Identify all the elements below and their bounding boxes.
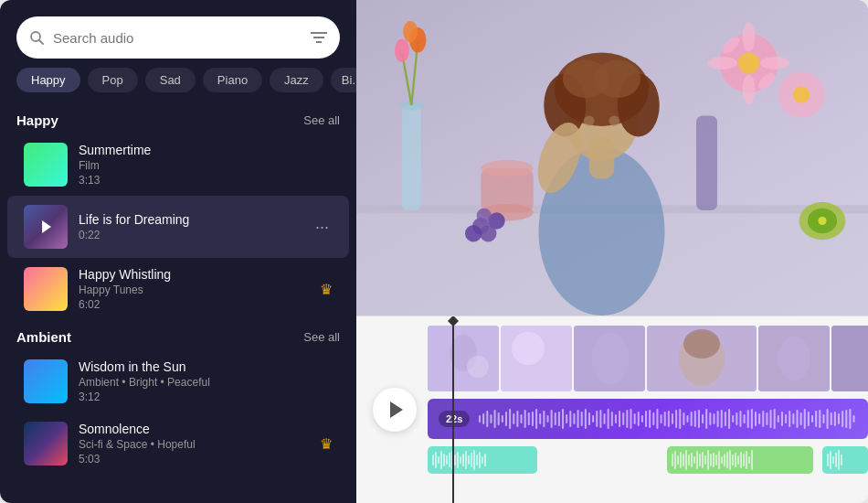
mini-wave-3 (822, 446, 868, 474)
ambient-see-all-button[interactable]: See all (303, 330, 340, 344)
svg-rect-71 (509, 409, 511, 429)
svg-rect-74 (521, 414, 523, 423)
wave-bar (674, 451, 676, 469)
tag-pop[interactable]: Pop (88, 68, 138, 92)
crown-icon-whistling: ♛ (320, 281, 333, 298)
video-thumb-5 (758, 326, 830, 391)
audio-track-secondary-3[interactable] (822, 446, 868, 474)
svg-rect-143 (781, 412, 783, 426)
svg-rect-124 (710, 412, 712, 425)
wave-bar (465, 451, 467, 469)
svg-rect-70 (505, 412, 507, 426)
wave-bar (435, 452, 437, 468)
svg-rect-108 (649, 410, 651, 428)
tag-sad[interactable]: Sad (145, 68, 196, 92)
svg-rect-84 (558, 412, 560, 426)
filter-button[interactable] (311, 31, 327, 44)
svg-rect-64 (482, 413, 484, 424)
svg-rect-120 (694, 411, 696, 427)
svg-point-39 (481, 160, 534, 177)
svg-rect-69 (502, 415, 503, 423)
track-life-is-for-dreaming[interactable]: Life is for Dreaming 0:22 ··· (7, 196, 349, 258)
svg-point-14 (395, 39, 409, 62)
svg-rect-159 (842, 411, 843, 427)
svg-rect-118 (687, 415, 689, 423)
svg-rect-130 (732, 415, 734, 423)
svg-rect-138 (763, 411, 765, 427)
svg-rect-93 (592, 415, 594, 423)
right-panel: 22s (356, 0, 868, 503)
svg-rect-73 (517, 411, 519, 427)
wave-bar (832, 456, 834, 464)
audio-track-secondary-2[interactable] (667, 446, 813, 474)
svg-rect-96 (604, 413, 606, 424)
svg-rect-140 (770, 410, 772, 428)
wave-bar (476, 455, 478, 466)
play-triangle-icon (42, 220, 51, 233)
svg-rect-77 (532, 412, 534, 426)
svg-rect-121 (698, 410, 700, 428)
svg-rect-100 (619, 411, 620, 427)
svg-point-17 (738, 53, 759, 74)
wave-bar (726, 452, 728, 468)
track-happy-whistling[interactable]: Happy Whistling Happy Tunes 6:02 ♛ (7, 258, 349, 320)
svg-rect-152 (815, 411, 817, 427)
svg-point-43 (465, 225, 482, 241)
track-thumb-whistling (24, 267, 68, 311)
tag-happy[interactable]: Happy (16, 68, 80, 92)
track-sub-whistling: Happy Tunes (79, 284, 309, 296)
svg-rect-151 (811, 415, 813, 423)
wave-bar (732, 455, 734, 466)
track-wisdom-in-sun[interactable]: Wisdom in the Sun Ambient • Bright • Pea… (7, 350, 349, 412)
search-input[interactable] (53, 30, 302, 46)
wave-bar (841, 455, 842, 466)
svg-rect-135 (751, 409, 753, 429)
tag-jazz[interactable]: Jazz (270, 68, 323, 92)
svg-rect-101 (623, 412, 625, 425)
svg-rect-82 (551, 410, 553, 428)
track-somnolence[interactable]: Somnolence Sci-fi & Space • Hopeful 5:03… (7, 412, 349, 475)
happy-see-all-button[interactable]: See all (303, 113, 340, 127)
wave-bar (693, 456, 695, 464)
track-info-wisdom: Wisdom in the Sun Ambient • Bright • Pea… (79, 359, 333, 403)
search-bar (16, 16, 340, 59)
tag-more[interactable]: Bi... (331, 68, 356, 92)
svg-rect-158 (838, 413, 840, 424)
svg-rect-123 (706, 409, 708, 429)
svg-rect-144 (785, 414, 787, 423)
svg-rect-88 (574, 413, 576, 424)
search-icon (29, 30, 44, 45)
svg-rect-89 (577, 410, 579, 428)
svg-rect-95 (600, 410, 602, 428)
svg-rect-127 (721, 410, 723, 428)
svg-rect-132 (740, 411, 742, 427)
tags-row: Happy Pop Sad Piano Jazz Bi... (0, 68, 356, 103)
timeline-area: 22s (356, 316, 868, 503)
track-more-button-life[interactable]: ··· (312, 214, 333, 241)
tag-piano[interactable]: Piano (203, 68, 262, 92)
track-name-somnolence: Somnolence (79, 422, 309, 436)
svg-rect-83 (555, 412, 556, 425)
audio-waveform-track[interactable]: 22s (428, 399, 868, 439)
svg-rect-155 (827, 409, 829, 429)
wave-bar (707, 450, 709, 470)
left-panel: Happy Pop Sad Piano Jazz Bi... Happy See… (0, 0, 356, 503)
wave-bar (724, 454, 725, 466)
svg-rect-68 (498, 412, 500, 425)
track-duration-life: 0:22 (79, 229, 301, 241)
track-duration-wisdom: 3:12 (79, 391, 333, 403)
wave-bar (460, 456, 461, 464)
svg-rect-129 (728, 409, 730, 429)
svg-rect-90 (581, 412, 583, 426)
svg-point-21 (760, 57, 789, 70)
audio-track-secondary-1[interactable] (428, 446, 537, 474)
wave-bar (729, 450, 731, 470)
track-summertime[interactable]: Summertime Film 3:13 (7, 134, 349, 196)
wave-bar (479, 452, 481, 468)
svg-rect-78 (535, 409, 537, 429)
play-button[interactable] (373, 388, 417, 432)
wave-bar (735, 453, 736, 467)
svg-rect-109 (653, 412, 655, 425)
svg-rect-15 (696, 116, 717, 211)
video-thumb-4 (647, 326, 757, 391)
